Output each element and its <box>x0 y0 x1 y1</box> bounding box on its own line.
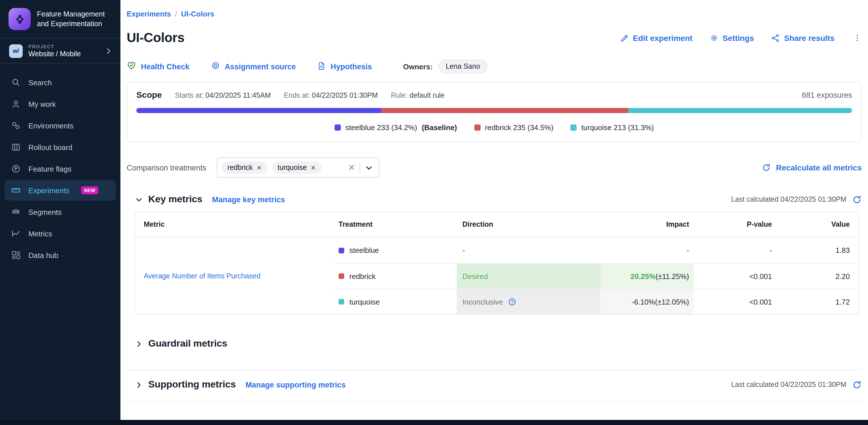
key-metrics-table: Metric Treatment Direction Impact P-valu… <box>135 212 859 314</box>
pvalue-cell: <0.001 <box>693 263 776 289</box>
metric-link[interactable]: Average Number of Items Purchased <box>144 272 260 280</box>
legend-swatch <box>335 124 341 131</box>
svg-text:?: ? <box>511 299 513 304</box>
hexagons-icon <box>11 120 21 131</box>
manage-supporting-metrics-link[interactable]: Manage supporting metrics <box>245 381 346 389</box>
owners-label: Owners: <box>403 62 433 71</box>
value-cell: 2.20 <box>776 263 859 289</box>
exposure-distribution-bar <box>136 108 852 113</box>
page-title: UI-Colors <box>127 30 184 45</box>
select-divider <box>360 161 361 174</box>
scope-header: Scope Starts at: 04/20/2025 11:45AM Ends… <box>136 90 852 99</box>
sidebar-item-environments[interactable]: Environments <box>4 115 116 136</box>
scope-starts: Starts at: 04/20/2025 11:45AM <box>175 91 271 99</box>
col-header-treatment: Treatment <box>333 212 457 238</box>
project-name: Website / Mobile <box>28 50 81 58</box>
kebab-menu-icon[interactable] <box>852 33 862 42</box>
main-content: Experiments/UI-Colors UI-Colors Edit exp… <box>120 0 868 425</box>
owners-block: Owners: Lena Sano <box>403 60 487 73</box>
clear-all-icon[interactable]: ✕ <box>348 162 355 173</box>
header-actions: Edit experiment Settings Share results <box>620 33 862 42</box>
comparison-label: Comparison treatments <box>127 163 207 172</box>
pvalue-cell: - <box>693 238 776 263</box>
remove-chip-icon[interactable]: ✕ <box>311 164 316 171</box>
sidebar-item-segments[interactable]: Segments <box>4 202 116 222</box>
project-label: PROJECT <box>28 44 81 50</box>
sidebar-item-label: Segments <box>28 208 62 216</box>
legend-item-turquoise: turquoise 213 (31.3%) <box>570 123 654 132</box>
value-cell: 1.72 <box>776 289 859 314</box>
chevron-down-icon[interactable] <box>365 163 373 172</box>
col-header-impact: Impact <box>600 212 693 238</box>
manage-key-metrics-link[interactable]: Manage key metrics <box>212 195 285 204</box>
bar-segment-steelblue <box>136 108 381 113</box>
project-switcher[interactable]: w/ PROJECT Website / Mobile <box>0 39 120 64</box>
sidebar-item-search[interactable]: Search <box>4 72 116 93</box>
app-window: Feature Management and Experimentation w… <box>0 0 868 425</box>
refresh-icon[interactable] <box>852 194 862 204</box>
breadcrumb-experiments-link[interactable]: Experiments <box>127 10 171 18</box>
settings-button[interactable]: Settings <box>710 33 754 42</box>
question-circle-icon[interactable]: ? <box>507 298 516 306</box>
search-icon <box>11 77 21 88</box>
flag-circle-icon <box>11 164 21 174</box>
legend-item-steelblue: steelblue 233 (34.2%) (Baseline) <box>335 123 457 132</box>
sidebar-item-metrics[interactable]: Metrics <box>4 223 116 244</box>
new-badge: NEW <box>82 186 98 194</box>
direction-cell-inconclusive: Inconclusive ? <box>457 289 600 314</box>
impact-cell: -6.10% (±12.05%) <box>600 289 693 314</box>
treatment-color-swatch <box>339 273 344 279</box>
sidebar-item-label: Rollout board <box>28 143 72 151</box>
health-check-link[interactable]: Health Check <box>127 61 189 72</box>
treatment-chip-turquoise[interactable]: turquoise✕ <box>272 161 321 174</box>
impact-cell: 20.25% (±11.25%) <box>600 263 693 289</box>
collapse-chevron-right-icon[interactable] <box>135 381 143 389</box>
refresh-icon <box>762 163 771 172</box>
bar-segment-turquoise <box>628 108 852 113</box>
col-header-metric: Metric <box>135 212 333 238</box>
sidebar-item-label: Data hub <box>28 251 59 260</box>
scope-rule: Rule: default rule <box>391 91 444 99</box>
split-logo-icon <box>8 8 31 30</box>
owner-chip[interactable]: Lena Sano <box>438 60 487 73</box>
sidebar-item-data-hub[interactable]: Data hub <box>4 245 116 265</box>
hypothesis-link[interactable]: Hypothesis <box>317 61 372 72</box>
treatment-chip-redbrick[interactable]: redbrick✕ <box>222 161 268 174</box>
brand-title: Feature Management and Experimentation <box>37 9 113 29</box>
project-avatar: w/ <box>9 44 23 58</box>
treatments-multiselect[interactable]: redbrick✕ turquoise✕ ✕ <box>217 157 380 178</box>
treatment-cell-turquoise: turquoise <box>333 289 457 314</box>
sidebar-item-rollout-board[interactable]: Rollout board <box>4 137 116 157</box>
sidebar-item-feature-flags[interactable]: Feature flags <box>4 158 116 179</box>
sidebar-item-my-work[interactable]: My work <box>4 94 116 114</box>
breadcrumb-current-link[interactable]: UI-Colors <box>181 10 214 18</box>
impact-cell: - <box>600 238 693 263</box>
section-divider <box>127 401 862 402</box>
experiment-meta-row: Health Check Assignment source Hypothesi… <box>127 60 862 73</box>
metric-name-cell: Average Number of Items Purchased <box>135 238 333 314</box>
edit-experiment-button[interactable]: Edit experiment <box>620 33 692 42</box>
grid-blocks-icon <box>11 250 21 260</box>
assignment-source-link[interactable]: Assignment source <box>211 61 296 72</box>
share-results-button[interactable]: Share results <box>771 33 835 42</box>
line-chart-icon <box>11 229 21 239</box>
board-columns-icon <box>11 142 21 152</box>
title-row: UI-Colors Edit experiment Settings Share… <box>127 30 862 45</box>
treatment-color-swatch <box>339 299 344 305</box>
sidebar-item-label: Metrics <box>28 229 52 238</box>
recalculate-all-metrics-button[interactable]: Recalculate all metrics <box>762 163 862 172</box>
bullseye-icon <box>211 61 220 72</box>
collapse-chevron-right-icon[interactable] <box>135 339 143 348</box>
collapse-chevron-down-icon[interactable] <box>135 195 143 204</box>
bottom-edge <box>0 420 868 425</box>
section-title: Supporting metrics <box>148 379 236 390</box>
section-title: Guardrail metrics <box>148 338 227 350</box>
refresh-icon[interactable] <box>852 380 862 390</box>
legend-swatch <box>474 124 480 131</box>
document-icon <box>317 61 326 72</box>
sidebar-item-label: Experiments <box>28 186 70 194</box>
sidebar-item-experiments[interactable]: Experiments NEW <box>4 180 116 201</box>
remove-chip-icon[interactable]: ✕ <box>257 164 262 171</box>
supporting-metrics-header: Supporting metrics Manage supporting met… <box>135 379 862 390</box>
direction-cell-desired: Desired <box>457 263 600 289</box>
